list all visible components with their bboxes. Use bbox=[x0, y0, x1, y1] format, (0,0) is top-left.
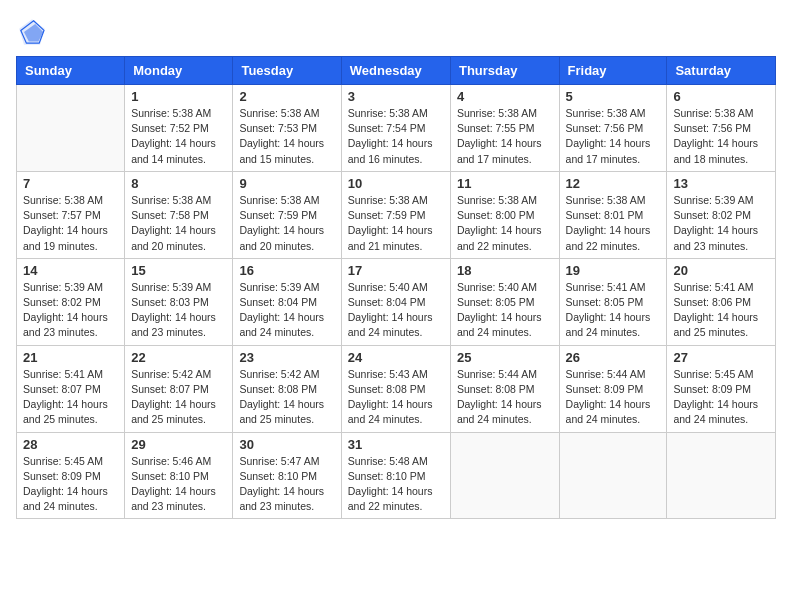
day-number: 22 bbox=[131, 350, 226, 365]
logo bbox=[16, 16, 52, 48]
calendar-cell: 28Sunrise: 5:45 AM Sunset: 8:09 PM Dayli… bbox=[17, 432, 125, 519]
day-number: 16 bbox=[239, 263, 334, 278]
day-number: 18 bbox=[457, 263, 553, 278]
calendar-cell: 12Sunrise: 5:38 AM Sunset: 8:01 PM Dayli… bbox=[559, 171, 667, 258]
day-number: 12 bbox=[566, 176, 661, 191]
day-info: Sunrise: 5:45 AM Sunset: 8:09 PM Dayligh… bbox=[23, 454, 118, 515]
calendar-cell: 16Sunrise: 5:39 AM Sunset: 8:04 PM Dayli… bbox=[233, 258, 341, 345]
day-number: 15 bbox=[131, 263, 226, 278]
day-info: Sunrise: 5:38 AM Sunset: 7:54 PM Dayligh… bbox=[348, 106, 444, 167]
calendar-cell bbox=[559, 432, 667, 519]
calendar-cell: 13Sunrise: 5:39 AM Sunset: 8:02 PM Dayli… bbox=[667, 171, 776, 258]
weekday-header: Wednesday bbox=[341, 57, 450, 85]
day-info: Sunrise: 5:39 AM Sunset: 8:02 PM Dayligh… bbox=[23, 280, 118, 341]
day-info: Sunrise: 5:38 AM Sunset: 8:00 PM Dayligh… bbox=[457, 193, 553, 254]
calendar-cell: 10Sunrise: 5:38 AM Sunset: 7:59 PM Dayli… bbox=[341, 171, 450, 258]
day-info: Sunrise: 5:40 AM Sunset: 8:05 PM Dayligh… bbox=[457, 280, 553, 341]
calendar-cell bbox=[667, 432, 776, 519]
calendar-week-row: 21Sunrise: 5:41 AM Sunset: 8:07 PM Dayli… bbox=[17, 345, 776, 432]
weekday-header: Friday bbox=[559, 57, 667, 85]
day-info: Sunrise: 5:48 AM Sunset: 8:10 PM Dayligh… bbox=[348, 454, 444, 515]
calendar-cell: 1Sunrise: 5:38 AM Sunset: 7:52 PM Daylig… bbox=[125, 85, 233, 172]
calendar-cell: 26Sunrise: 5:44 AM Sunset: 8:09 PM Dayli… bbox=[559, 345, 667, 432]
day-info: Sunrise: 5:38 AM Sunset: 7:58 PM Dayligh… bbox=[131, 193, 226, 254]
calendar-cell bbox=[450, 432, 559, 519]
day-info: Sunrise: 5:38 AM Sunset: 7:56 PM Dayligh… bbox=[673, 106, 769, 167]
day-info: Sunrise: 5:42 AM Sunset: 8:07 PM Dayligh… bbox=[131, 367, 226, 428]
day-number: 2 bbox=[239, 89, 334, 104]
calendar-cell: 29Sunrise: 5:46 AM Sunset: 8:10 PM Dayli… bbox=[125, 432, 233, 519]
day-number: 30 bbox=[239, 437, 334, 452]
day-info: Sunrise: 5:38 AM Sunset: 7:56 PM Dayligh… bbox=[566, 106, 661, 167]
calendar-cell: 15Sunrise: 5:39 AM Sunset: 8:03 PM Dayli… bbox=[125, 258, 233, 345]
day-info: Sunrise: 5:38 AM Sunset: 7:53 PM Dayligh… bbox=[239, 106, 334, 167]
day-info: Sunrise: 5:42 AM Sunset: 8:08 PM Dayligh… bbox=[239, 367, 334, 428]
day-number: 14 bbox=[23, 263, 118, 278]
day-number: 6 bbox=[673, 89, 769, 104]
day-info: Sunrise: 5:39 AM Sunset: 8:03 PM Dayligh… bbox=[131, 280, 226, 341]
calendar-cell: 30Sunrise: 5:47 AM Sunset: 8:10 PM Dayli… bbox=[233, 432, 341, 519]
calendar-cell: 19Sunrise: 5:41 AM Sunset: 8:05 PM Dayli… bbox=[559, 258, 667, 345]
day-number: 8 bbox=[131, 176, 226, 191]
day-number: 10 bbox=[348, 176, 444, 191]
calendar-cell: 27Sunrise: 5:45 AM Sunset: 8:09 PM Dayli… bbox=[667, 345, 776, 432]
day-info: Sunrise: 5:41 AM Sunset: 8:07 PM Dayligh… bbox=[23, 367, 118, 428]
calendar-cell: 18Sunrise: 5:40 AM Sunset: 8:05 PM Dayli… bbox=[450, 258, 559, 345]
day-number: 19 bbox=[566, 263, 661, 278]
calendar-cell: 11Sunrise: 5:38 AM Sunset: 8:00 PM Dayli… bbox=[450, 171, 559, 258]
logo-icon bbox=[16, 16, 48, 48]
day-number: 23 bbox=[239, 350, 334, 365]
weekday-header: Thursday bbox=[450, 57, 559, 85]
day-info: Sunrise: 5:38 AM Sunset: 8:01 PM Dayligh… bbox=[566, 193, 661, 254]
day-number: 4 bbox=[457, 89, 553, 104]
day-number: 5 bbox=[566, 89, 661, 104]
day-number: 3 bbox=[348, 89, 444, 104]
calendar-cell: 4Sunrise: 5:38 AM Sunset: 7:55 PM Daylig… bbox=[450, 85, 559, 172]
day-number: 26 bbox=[566, 350, 661, 365]
day-number: 1 bbox=[131, 89, 226, 104]
day-number: 7 bbox=[23, 176, 118, 191]
day-info: Sunrise: 5:43 AM Sunset: 8:08 PM Dayligh… bbox=[348, 367, 444, 428]
day-number: 17 bbox=[348, 263, 444, 278]
calendar-cell: 20Sunrise: 5:41 AM Sunset: 8:06 PM Dayli… bbox=[667, 258, 776, 345]
day-info: Sunrise: 5:38 AM Sunset: 7:52 PM Dayligh… bbox=[131, 106, 226, 167]
calendar-header-row: SundayMondayTuesdayWednesdayThursdayFrid… bbox=[17, 57, 776, 85]
calendar-cell: 31Sunrise: 5:48 AM Sunset: 8:10 PM Dayli… bbox=[341, 432, 450, 519]
day-info: Sunrise: 5:41 AM Sunset: 8:06 PM Dayligh… bbox=[673, 280, 769, 341]
weekday-header: Sunday bbox=[17, 57, 125, 85]
day-number: 28 bbox=[23, 437, 118, 452]
day-number: 29 bbox=[131, 437, 226, 452]
day-info: Sunrise: 5:45 AM Sunset: 8:09 PM Dayligh… bbox=[673, 367, 769, 428]
calendar-cell: 5Sunrise: 5:38 AM Sunset: 7:56 PM Daylig… bbox=[559, 85, 667, 172]
weekday-header: Tuesday bbox=[233, 57, 341, 85]
day-number: 24 bbox=[348, 350, 444, 365]
day-info: Sunrise: 5:39 AM Sunset: 8:02 PM Dayligh… bbox=[673, 193, 769, 254]
calendar-cell: 23Sunrise: 5:42 AM Sunset: 8:08 PM Dayli… bbox=[233, 345, 341, 432]
day-number: 31 bbox=[348, 437, 444, 452]
day-info: Sunrise: 5:39 AM Sunset: 8:04 PM Dayligh… bbox=[239, 280, 334, 341]
calendar-cell: 17Sunrise: 5:40 AM Sunset: 8:04 PM Dayli… bbox=[341, 258, 450, 345]
calendar-cell: 6Sunrise: 5:38 AM Sunset: 7:56 PM Daylig… bbox=[667, 85, 776, 172]
day-info: Sunrise: 5:47 AM Sunset: 8:10 PM Dayligh… bbox=[239, 454, 334, 515]
calendar-cell: 25Sunrise: 5:44 AM Sunset: 8:08 PM Dayli… bbox=[450, 345, 559, 432]
calendar-cell: 22Sunrise: 5:42 AM Sunset: 8:07 PM Dayli… bbox=[125, 345, 233, 432]
day-number: 25 bbox=[457, 350, 553, 365]
calendar-cell: 8Sunrise: 5:38 AM Sunset: 7:58 PM Daylig… bbox=[125, 171, 233, 258]
day-info: Sunrise: 5:40 AM Sunset: 8:04 PM Dayligh… bbox=[348, 280, 444, 341]
calendar-week-row: 14Sunrise: 5:39 AM Sunset: 8:02 PM Dayli… bbox=[17, 258, 776, 345]
calendar-cell: 7Sunrise: 5:38 AM Sunset: 7:57 PM Daylig… bbox=[17, 171, 125, 258]
day-info: Sunrise: 5:44 AM Sunset: 8:09 PM Dayligh… bbox=[566, 367, 661, 428]
calendar-cell: 14Sunrise: 5:39 AM Sunset: 8:02 PM Dayli… bbox=[17, 258, 125, 345]
day-info: Sunrise: 5:38 AM Sunset: 7:55 PM Dayligh… bbox=[457, 106, 553, 167]
day-info: Sunrise: 5:38 AM Sunset: 7:57 PM Dayligh… bbox=[23, 193, 118, 254]
calendar-week-row: 1Sunrise: 5:38 AM Sunset: 7:52 PM Daylig… bbox=[17, 85, 776, 172]
calendar-cell: 2Sunrise: 5:38 AM Sunset: 7:53 PM Daylig… bbox=[233, 85, 341, 172]
day-number: 9 bbox=[239, 176, 334, 191]
day-number: 11 bbox=[457, 176, 553, 191]
calendar-cell bbox=[17, 85, 125, 172]
weekday-header: Saturday bbox=[667, 57, 776, 85]
calendar-week-row: 7Sunrise: 5:38 AM Sunset: 7:57 PM Daylig… bbox=[17, 171, 776, 258]
day-number: 27 bbox=[673, 350, 769, 365]
day-info: Sunrise: 5:38 AM Sunset: 7:59 PM Dayligh… bbox=[239, 193, 334, 254]
day-info: Sunrise: 5:38 AM Sunset: 7:59 PM Dayligh… bbox=[348, 193, 444, 254]
